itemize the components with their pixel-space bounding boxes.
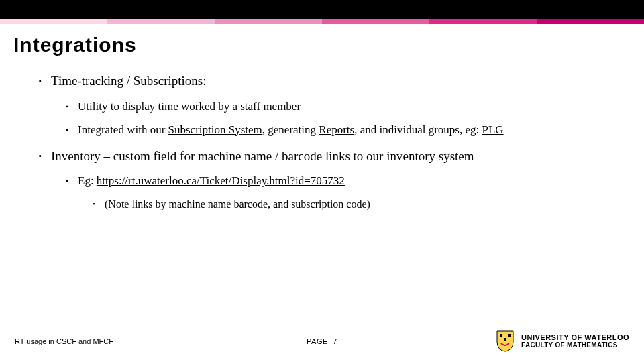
link-utility[interactable]: Utility — [78, 100, 107, 113]
slide-body: Time-tracking / Subscriptions: Utility t… — [0, 58, 644, 362]
slide-title: Integrations — [0, 24, 644, 58]
link-subscription-system[interactable]: Subscription System — [168, 123, 262, 136]
text-generating: , generating — [262, 123, 319, 136]
faculty-name: FACULTY OF MATHEMATICS — [521, 342, 629, 349]
footer-branding: UNIVERSITY OF WATERLOO FACULTY OF MATHEM… — [496, 330, 629, 353]
text-integrated-pre: Integrated with our — [78, 123, 168, 136]
bullet-time-tracking: Time-tracking / Subscriptions: — [20, 72, 624, 90]
bullet-inventory: Inventory – custom field for machine nam… — [20, 147, 624, 165]
page-label: PAGE — [307, 337, 328, 345]
page-number: 7 — [333, 337, 337, 345]
link-plg[interactable]: PLG — [482, 123, 503, 136]
top-black-bar — [0, 0, 644, 19]
bullet-example-url: Eg: https://rt.uwaterloo.ca/Ticket/Displ… — [20, 174, 624, 189]
slide: Integrations Time-tracking / Subscriptio… — [0, 0, 644, 362]
bullet-utility: Utility to display time worked by a staf… — [20, 99, 624, 115]
bullet-subscription-system: Integrated with our Subscription System,… — [20, 123, 624, 138]
text-eg: Eg: — [78, 174, 97, 187]
accent-gradient-band — [0, 19, 644, 24]
text-groups: , and individual groups, eg: — [354, 123, 482, 136]
footer-page: PAGE 7 — [307, 337, 337, 345]
university-crest-icon — [496, 330, 515, 353]
link-reports[interactable]: Reports — [319, 123, 354, 136]
slide-footer: RT usage in CSCF and MFCF PAGE 7 UNIVERS… — [0, 328, 644, 354]
svg-rect-0 — [500, 334, 502, 337]
svg-rect-1 — [508, 334, 511, 337]
footer-left-text: RT usage in CSCF and MFCF — [15, 337, 113, 345]
link-rt-url[interactable]: https://rt.uwaterloo.ca/Ticket/Display.h… — [97, 174, 345, 187]
svg-rect-2 — [504, 338, 506, 341]
text-utility-rest: to display time worked by a staff member — [107, 100, 301, 113]
bullet-note: (Note links by machine name barcode, and… — [20, 197, 624, 212]
university-name: UNIVERSITY OF WATERLOO — [521, 334, 629, 342]
